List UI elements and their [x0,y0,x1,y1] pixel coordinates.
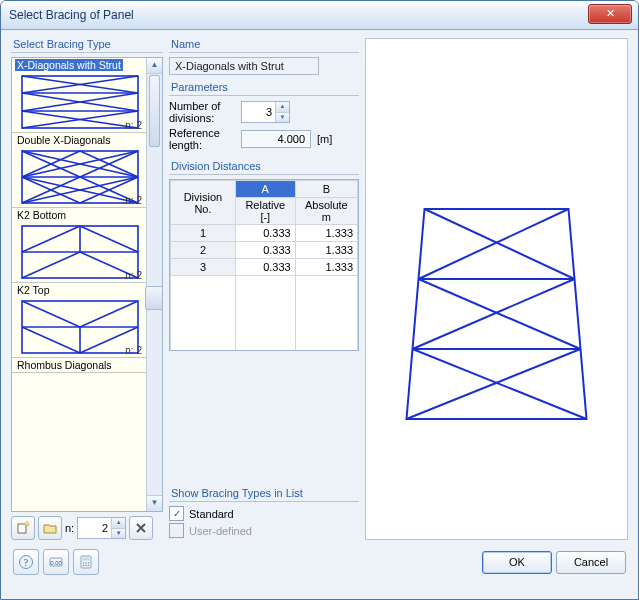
table-row[interactable]: 2 0.333 1.333 [171,242,358,259]
divider [169,95,359,96]
cell-absolute[interactable]: 1.333 [295,242,357,259]
scroll-down-icon[interactable]: ▼ [147,495,162,511]
delete-bracing-button[interactable] [129,516,153,540]
table-row[interactable]: 1 0.333 1.333 [171,225,358,242]
details-panel: Name X-Diagonals with Strut Parameters N… [169,38,359,540]
bracing-type-item-dblx[interactable]: Double X-Diagonals [12,133,147,208]
bracing-thumb [17,223,143,281]
svg-text:?: ? [24,557,29,568]
bracing-type-label: K2 Bottom [15,209,68,221]
row-no: 1 [171,225,236,242]
n-input[interactable] [78,518,111,538]
svg-line-27 [22,252,80,278]
bracing-preview [366,39,627,539]
units-button[interactable]: 0.00 [43,549,69,575]
bracing-type-label: K2 Top [15,284,52,296]
col-a-subheader: Relative [-] [235,198,295,225]
chevron-up-icon[interactable]: ▲ [275,102,289,112]
cancel-button[interactable]: Cancel [556,551,626,574]
svg-text:0.00: 0.00 [50,560,62,566]
col-b-subheader: Absolute m [295,198,357,225]
bracing-type-item-rhombus[interactable]: Rhombus Diagonals [12,358,147,373]
bracing-type-group-label: Select Bracing Type [11,38,163,52]
help-button[interactable]: ? [13,549,39,575]
svg-marker-39 [407,209,587,419]
cell-absolute[interactable]: 1.333 [295,259,357,276]
bracing-type-list-inner: X-Diagonals with Strut [12,58,147,511]
new-bracing-button[interactable] [11,516,35,540]
col-a-header[interactable]: A [235,181,295,198]
cell-relative[interactable]: 0.333 [235,242,295,259]
svg-point-59 [88,565,90,567]
calculator-button[interactable] [73,549,99,575]
cell-absolute[interactable]: 1.333 [295,225,357,242]
svg-line-47 [407,349,581,419]
svg-line-25 [22,226,80,252]
svg-line-46 [413,349,587,419]
cell-relative[interactable]: 0.333 [235,259,295,276]
scrollbar[interactable]: ▲ ▼ [146,58,162,511]
bracing-type-list: X-Diagonals with Strut [11,57,163,512]
svg-point-38 [25,521,29,525]
division-distances-table[interactable]: Division No. A B Relative [-] Absolute m… [169,179,359,351]
divider [169,501,359,502]
table-row[interactable]: 3 0.333 1.333 [171,259,358,276]
col-division-header: Division No. [171,181,236,225]
bracing-type-toolbar: n: ▲▼ [11,516,163,540]
bracing-type-label: Double X-Diagonals [15,134,112,146]
row-no: 2 [171,242,236,259]
divisions-input[interactable] [242,102,275,122]
divisions-label: Number of divisions: [169,100,241,124]
parameters-group-label: Parameters [169,81,359,95]
bracing-type-item-xstrut[interactable]: X-Diagonals with Strut [12,58,147,133]
svg-line-33 [80,301,138,327]
divisions-spinner[interactable]: ▲▼ [241,101,290,123]
titlebar: Select Bracing of Panel ✕ [1,1,638,30]
close-button[interactable]: ✕ [588,4,632,24]
bracing-type-item-k2bottom[interactable]: K2 Bottom n: 2 [12,208,147,283]
standard-checkbox-row[interactable]: ✓ Standard [169,506,359,521]
chevron-up-icon[interactable]: ▲ [111,518,125,528]
row-no: 3 [171,259,236,276]
svg-rect-53 [83,558,90,561]
svg-line-45 [413,279,575,349]
checkbox-icon [169,523,184,538]
divider [11,52,163,53]
svg-rect-37 [18,524,26,533]
userdefined-checkbox-row: User-defined [169,523,359,538]
division-distances-group-label: Division Distances [169,160,359,174]
bracing-thumb [17,298,143,356]
svg-point-54 [83,562,85,564]
open-bracing-button[interactable] [38,516,62,540]
userdefined-label: User-defined [189,525,252,537]
reflen-input[interactable] [241,130,311,148]
bracing-type-label: X-Diagonals with Strut [15,59,123,71]
chevron-down-icon[interactable]: ▼ [111,528,125,539]
n-spinner[interactable]: ▲▼ [77,517,126,539]
window-title: Select Bracing of Panel [7,8,134,22]
divider [169,174,359,175]
columns: Select Bracing Type X-Diagonals with Str… [11,38,628,540]
cell-relative[interactable]: 0.333 [235,225,295,242]
bracing-thumb [17,73,143,131]
scroll-up-icon[interactable]: ▲ [147,58,162,74]
bracing-type-item-k2top[interactable]: K2 Top n: 2 [12,283,147,358]
scroll-grab[interactable] [145,286,163,310]
checkbox-icon[interactable]: ✓ [169,506,184,521]
chevron-down-icon[interactable]: ▼ [275,112,289,123]
svg-line-32 [22,301,80,327]
col-b-header[interactable]: B [295,181,357,198]
name-field: X-Diagonals with Strut [169,57,319,75]
dialog-footer: ? 0.00 OK Cancel [11,546,628,578]
reflen-label: Reference length: [169,127,241,151]
svg-line-26 [80,226,138,252]
n-count-label: n: 2 [125,270,142,281]
svg-point-57 [83,565,85,567]
svg-line-44 [419,279,581,349]
dialog-body: Select Bracing Type X-Diagonals with Str… [1,30,638,599]
scroll-thumb[interactable] [149,75,160,147]
svg-line-43 [419,209,569,279]
svg-point-56 [88,562,90,564]
ok-button[interactable]: OK [482,551,552,574]
name-group-label: Name [169,38,359,52]
